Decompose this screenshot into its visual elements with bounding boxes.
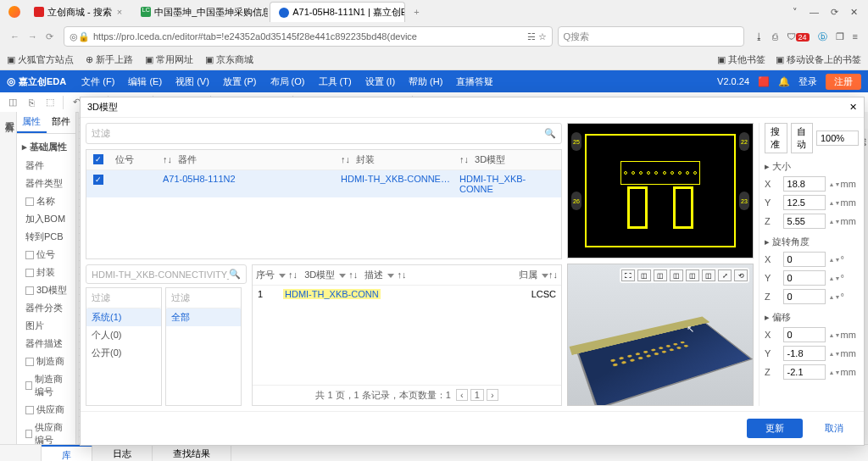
- cancel-button[interactable]: 取消: [811, 419, 857, 438]
- tree-personal[interactable]: 个人(0): [86, 326, 161, 344]
- off-y-input[interactable]: [783, 346, 826, 361]
- bell-icon[interactable]: 🔔: [778, 76, 790, 87]
- detail-row[interactable]: 1 HDMI-TH_XKB-CONN LCSC: [253, 286, 561, 303]
- flag-icon[interactable]: 🟥: [758, 76, 770, 87]
- view-cube-icon[interactable]: ◫: [637, 269, 651, 281]
- prop-item[interactable]: 器件分类: [22, 299, 70, 317]
- row-checkbox[interactable]: ✓: [93, 175, 103, 185]
- rot-z-input[interactable]: [783, 289, 826, 304]
- tab-library[interactable]: 库: [42, 445, 92, 461]
- size-x-input[interactable]: [783, 176, 826, 192]
- auto-button[interactable]: 自动: [791, 123, 814, 153]
- close-window-button[interactable]: ✕: [850, 7, 858, 18]
- chevron-down-icon[interactable]: ˅: [793, 7, 798, 18]
- filter-input[interactable]: 过滤 🔍: [86, 123, 562, 144]
- prop-item[interactable]: 制造商: [22, 353, 70, 370]
- prop-item[interactable]: 器件类型: [22, 175, 70, 192]
- menu-view[interactable]: 视图 (V): [170, 72, 214, 92]
- prop-item[interactable]: 图片: [22, 317, 70, 335]
- mobile-bookmarks[interactable]: ▣ 移动设备上的书签: [776, 53, 861, 66]
- new-tab-button[interactable]: +: [414, 7, 419, 17]
- menu-tools[interactable]: 工具 (T): [314, 72, 357, 92]
- tab-properties[interactable]: 属性: [17, 112, 47, 133]
- view-cube-icon[interactable]: ◫: [654, 269, 667, 281]
- download-icon[interactable]: ⭳: [754, 31, 764, 42]
- bing-icon[interactable]: ⓑ: [818, 31, 827, 43]
- restore-button[interactable]: ⟳: [831, 7, 838, 18]
- menu-help[interactable]: 帮助 (H): [403, 72, 448, 92]
- tab-log[interactable]: 日志: [92, 445, 153, 461]
- tree-filter[interactable]: 过滤: [86, 288, 161, 308]
- tree-filter[interactable]: 过滤: [166, 288, 241, 308]
- menu-edit[interactable]: 编辑 (E): [123, 72, 167, 92]
- library-icon[interactable]: ⎙: [772, 31, 778, 42]
- browser-tab-2[interactable]: LC 中国墨坤_中国墨坤采购信息-1 ×: [132, 3, 268, 22]
- rail-tab-projects[interactable]: 所有工程: [3, 115, 16, 444]
- eda-logo[interactable]: ◎ 嘉立创EDA: [7, 75, 66, 88]
- page-prev[interactable]: ‹: [456, 389, 468, 401]
- tab-parts[interactable]: 部件: [47, 112, 76, 133]
- rot-y-input[interactable]: [783, 270, 826, 286]
- signup-button[interactable]: 注册: [826, 74, 861, 90]
- other-bookmarks[interactable]: ▣ 其他书签: [717, 53, 765, 66]
- col-device[interactable]: ↑↓ 器件: [159, 153, 337, 166]
- footprint-search[interactable]: HDMI-TH_XKB-CONNECTIVITY_A71-05H8-1 🔍: [86, 264, 247, 284]
- tab-results[interactable]: 查找结果: [153, 445, 231, 461]
- bookmark-item[interactable]: ▣ 火狐官方站点: [7, 53, 74, 66]
- checkbox-all[interactable]: ✓: [93, 154, 103, 164]
- rot-x-input[interactable]: [783, 252, 826, 267]
- size-y-input[interactable]: [783, 195, 826, 210]
- prop-item[interactable]: 供应商: [22, 401, 70, 419]
- col-desc[interactable]: 描述 ↑↓: [364, 269, 406, 281]
- col-ref[interactable]: 位号: [108, 153, 159, 166]
- table-row[interactable]: ✓ A71-05H8-111N2 HDMI-TH_XKB-CONNE… HDMI…: [86, 170, 561, 197]
- search-accurate-button[interactable]: 搜准: [765, 123, 787, 153]
- browser-tab-1[interactable]: 立创商城 - 搜索 ×: [25, 3, 131, 22]
- menu-settings[interactable]: 设置 (I): [360, 72, 400, 92]
- prop-item[interactable]: 加入BOM: [22, 210, 70, 228]
- page-num[interactable]: 1: [470, 389, 484, 401]
- prop-item[interactable]: 名称: [22, 192, 70, 210]
- view-cube-icon[interactable]: ◫: [686, 269, 699, 281]
- view-cube-icon[interactable]: ◫: [670, 269, 683, 281]
- notification-icon[interactable]: 🛡24: [787, 31, 810, 42]
- minimize-button[interactable]: —: [810, 7, 819, 18]
- tree-system[interactable]: 系统(1): [86, 308, 161, 326]
- tool-icon[interactable]: ⎘: [24, 95, 39, 110]
- forward-button[interactable]: →: [28, 31, 37, 42]
- bookmark-item[interactable]: ⊕ 新手上路: [86, 53, 133, 66]
- prop-item[interactable]: 封装: [22, 264, 70, 281]
- preview-3d[interactable]: ⛶ ◫ ◫ ◫ ◫ ◫ ⤢ ⟲ ↖: [567, 264, 754, 406]
- fullscreen-icon[interactable]: ⛶: [621, 269, 635, 281]
- update-button[interactable]: 更新: [747, 419, 803, 438]
- col-owner[interactable]: 归属 ↑↓: [519, 269, 558, 281]
- extensions-icon[interactable]: ❐: [836, 31, 844, 42]
- col-model[interactable]: 3D模型 ↑↓: [304, 269, 358, 281]
- tree-all[interactable]: 全部: [166, 308, 241, 326]
- prop-item[interactable]: 位号: [22, 246, 70, 264]
- close-icon[interactable]: ✕: [849, 102, 857, 113]
- reader-icon[interactable]: ☵ ☆: [527, 31, 547, 42]
- reset-icon[interactable]: ⟲: [734, 269, 748, 281]
- prop-item[interactable]: 3D模型: [22, 281, 70, 299]
- tool-icon[interactable]: ⬚: [42, 95, 58, 110]
- browser-tab-3[interactable]: A71-05H8-111N1 | 嘉立创ED… ×: [270, 2, 405, 22]
- tree-public[interactable]: 公开(0): [86, 344, 161, 362]
- bookmark-item[interactable]: ▣ 京东商城: [205, 53, 253, 66]
- close-icon[interactable]: ×: [117, 7, 122, 17]
- expand-icon[interactable]: ⤢: [718, 269, 732, 281]
- prop-item[interactable]: 转到PCB: [22, 228, 70, 246]
- view-cube-icon[interactable]: ◫: [702, 269, 715, 281]
- prop-item[interactable]: 器件: [22, 157, 70, 175]
- reload-button[interactable]: ⟳: [46, 31, 53, 42]
- size-percent-input[interactable]: [816, 131, 859, 146]
- prop-item[interactable]: 器件描述: [22, 335, 70, 353]
- col-footprint[interactable]: ↑↓ 封装: [337, 153, 456, 166]
- login-link[interactable]: 登录: [798, 75, 817, 88]
- bookmark-item[interactable]: ▣ 常用网址: [145, 53, 193, 66]
- search-icon[interactable]: 🔍: [544, 128, 556, 139]
- search-icon[interactable]: 🔍: [229, 269, 241, 280]
- preview-2d[interactable]: 25 22 26 23: [567, 123, 754, 258]
- address-bar[interactable]: ◎ 🔒 https://pro.lceda.cn/editor#tab=!e24…: [64, 26, 553, 47]
- menu-file[interactable]: 文件 (F): [76, 72, 120, 92]
